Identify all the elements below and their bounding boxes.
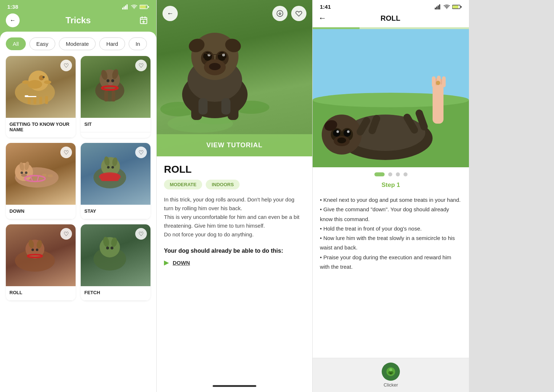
svg-point-53: [112, 166, 114, 169]
heart-icon: [295, 10, 302, 17]
home-indicator: [213, 385, 256, 387]
add-schedule-button[interactable]: [137, 13, 150, 27]
filter-hard[interactable]: Hard: [99, 37, 125, 50]
trick-image-roll: ♡: [6, 224, 76, 286]
svg-rect-97: [453, 5, 458, 8]
step-indicators: [313, 167, 469, 179]
favorite-btn-roll[interactable]: ♡: [60, 228, 72, 240]
tutorial-panel: 1:41: [313, 0, 469, 392]
page-title-1: Tricks: [65, 15, 91, 25]
svg-rect-55: [101, 174, 119, 181]
back-button-detail[interactable]: ←: [162, 6, 178, 21]
filter-moderate[interactable]: Moderate: [59, 37, 96, 50]
trick-card-sit[interactable]: ♡ SIT: [81, 56, 150, 138]
clicker-icon-svg: [385, 366, 396, 377]
signal-icon: [122, 4, 129, 9]
step-dot-2[interactable]: [388, 172, 392, 176]
svg-point-40: [21, 172, 23, 174]
svg-rect-78: [221, 98, 230, 115]
svg-point-60: [32, 249, 34, 251]
trick-card-stay[interactable]: ♡ STAY: [81, 143, 150, 219]
svg-point-31: [111, 79, 114, 82]
svg-point-108: [344, 129, 351, 137]
tricks-grid: ♡ GETTING TO KNOW YOUR NAME: [6, 56, 150, 301]
prereq-item-down[interactable]: ▶ DOWN: [164, 259, 305, 267]
view-tutorial-button[interactable]: VIEW TUTORIAL: [157, 134, 312, 156]
tutorial-title: ROLL: [381, 14, 400, 23]
step-indicators-container: Step 1: [313, 167, 469, 190]
back-button-1[interactable]: ←: [6, 13, 20, 27]
trick-image-down: ♡: [6, 143, 76, 205]
wifi-icon: [131, 4, 137, 9]
trick-card-fetch[interactable]: ♡ FETCH: [81, 224, 150, 301]
calendar-add-icon: [139, 16, 148, 25]
svg-rect-34: [112, 91, 115, 101]
download-icon: [276, 10, 284, 17]
step-dot-4[interactable]: [404, 172, 408, 176]
trick-label-sit: SIT: [81, 118, 150, 132]
favorite-btn-sit[interactable]: ♡: [135, 60, 147, 71]
trick-label-fetch: FETCH: [81, 286, 150, 301]
back-button-3[interactable]: ←: [318, 13, 326, 23]
favorite-btn-stay[interactable]: ♡: [135, 147, 147, 158]
tag-row: MODERATE INDOORS: [164, 180, 305, 189]
clicker-button[interactable]: [382, 363, 400, 381]
svg-point-127: [390, 373, 392, 375]
svg-rect-122: [442, 76, 446, 87]
svg-rect-23: [45, 96, 48, 104]
svg-point-68: [111, 247, 113, 249]
dog-stay-svg: [81, 143, 139, 194]
trick-card-getting-to-know[interactable]: ♡ GETTING TO KNOW YOUR NAME: [6, 56, 76, 138]
detail-content: ROLL MODERATE INDOORS In this trick, you…: [157, 156, 312, 380]
detail-trick-title: ROLL: [164, 164, 305, 175]
trick-card-down[interactable]: ♡ DOWN: [6, 143, 76, 219]
svg-rect-77: [198, 98, 208, 115]
prereq-link-down[interactable]: DOWN: [173, 260, 190, 266]
trick-image-fetch: ♡: [81, 224, 150, 286]
svg-point-126: [389, 368, 392, 371]
svg-point-109: [337, 131, 339, 133]
svg-rect-95: [439, 4, 440, 9]
svg-rect-3: [127, 4, 128, 9]
svg-point-32: [108, 82, 113, 85]
status-bar-3: 1:41: [313, 0, 469, 12]
tutorial-header: 1:41: [313, 0, 469, 29]
dog-golden-svg: [6, 56, 64, 107]
clicker-label: Clicker: [384, 382, 398, 388]
download-button[interactable]: [272, 6, 288, 21]
favorite-btn-down[interactable]: ♡: [60, 147, 72, 158]
battery-icon-3: [452, 4, 462, 9]
svg-rect-5: [140, 5, 146, 8]
svg-rect-20: [28, 96, 31, 104]
filter-easy[interactable]: Easy: [29, 37, 55, 50]
favorite-button-detail[interactable]: [291, 6, 306, 21]
remaining-space: [469, 0, 554, 392]
svg-point-67: [106, 247, 109, 249]
dog-roll-svg: [6, 224, 64, 275]
trick-image-stay: ♡: [81, 143, 150, 205]
prereq-title: Your dog should already be able to do th…: [164, 248, 305, 254]
tag-indoors: INDOORS: [206, 180, 240, 189]
favorite-btn-fetch[interactable]: ♡: [135, 228, 147, 240]
favorite-btn-getting-to-know[interactable]: ♡: [60, 60, 72, 71]
svg-point-41: [25, 172, 28, 174]
tricks-content: All Easy Moderate Hard In: [0, 32, 156, 392]
trick-label-down: DOWN: [6, 205, 76, 219]
filter-indoor[interactable]: In: [129, 37, 147, 50]
trick-image-getting-to-know: ♡: [6, 56, 76, 118]
filter-all[interactable]: All: [6, 37, 26, 50]
svg-rect-98: [461, 6, 462, 8]
step-dot-1[interactable]: [374, 172, 385, 176]
trick-card-roll[interactable]: ♡ ROLL: [6, 224, 76, 301]
svg-rect-22: [39, 97, 42, 104]
svg-rect-1: [124, 7, 125, 9]
trick-label-getting-to-know: GETTING TO KNOW YOUR NAME: [6, 118, 76, 138]
svg-rect-44: [48, 175, 53, 177]
step-dot-3[interactable]: [396, 172, 400, 176]
status-icons-3: [435, 4, 462, 9]
dog-fetch-svg: [81, 224, 139, 275]
svg-rect-92: [435, 8, 436, 9]
time-3: 1:41: [320, 4, 331, 10]
svg-rect-94: [438, 5, 439, 9]
svg-rect-33: [104, 91, 108, 101]
